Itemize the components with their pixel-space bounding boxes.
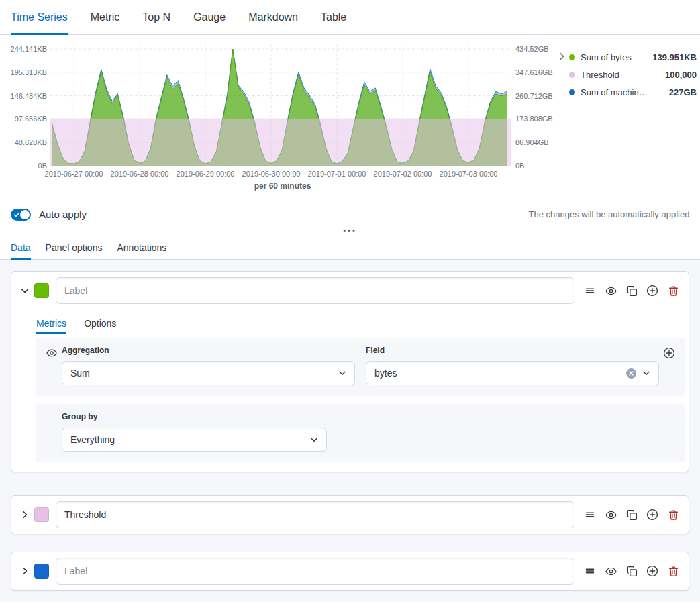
series-label-input[interactable] [56, 558, 574, 585]
group-by-select[interactable]: Everything [62, 428, 327, 452]
legend-label: Sum of bytes [581, 52, 632, 62]
series-actions [584, 565, 681, 577]
auto-apply-label: Auto apply [39, 209, 87, 220]
aggregation-value: Sum [70, 368, 337, 379]
toggle-knob [20, 210, 30, 219]
editor-tabs: Data Panel options Annotations [0, 236, 700, 260]
legend-item-threshold[interactable]: Threshold 100,000 [569, 66, 697, 83]
series-label-input[interactable] [56, 277, 574, 304]
legend-item-sum-of-machine-ram[interactable]: Sum of machin… 227GB [569, 83, 697, 101]
aggregation-select[interactable]: Sum [62, 361, 355, 385]
add-series-button[interactable] [646, 565, 658, 577]
toggle-series-visibility-button[interactable] [605, 285, 617, 297]
field-combobox[interactable]: bytes [366, 361, 659, 385]
drag-handle[interactable] [584, 285, 596, 297]
tab-panel-options[interactable]: Panel options [46, 236, 103, 259]
eye-icon [46, 348, 57, 358]
toggle-series-visibility-button[interactable] [605, 565, 617, 577]
group-by-row: Group by Everything [36, 404, 685, 462]
chevron-right-icon [19, 566, 30, 576]
tab-table[interactable]: Table [321, 0, 346, 34]
series-actions [584, 285, 681, 297]
delete-series-button[interactable] [667, 509, 679, 521]
eye-icon [605, 285, 617, 297]
series-header [11, 496, 689, 534]
svg-text:434.52GB: 434.52GB [515, 45, 549, 53]
legend-collapse-button[interactable] [556, 51, 567, 62]
svg-text:48.828KB: 48.828KB [15, 138, 47, 146]
collapse-series-button[interactable] [17, 283, 33, 299]
svg-text:per 60 minutes: per 60 minutes [254, 181, 311, 191]
copy-icon [626, 509, 638, 521]
tab-options[interactable]: Options [84, 309, 116, 338]
legend-item-sum-of-bytes[interactable]: Sum of bytes 139.951KB [569, 48, 697, 66]
series-color-swatch[interactable] [34, 283, 49, 298]
series-header [11, 272, 689, 309]
svg-text:2019-07-03 00:00: 2019-07-03 00:00 [440, 170, 498, 178]
clear-field-button[interactable] [626, 368, 637, 379]
copy-icon [626, 566, 638, 577]
svg-text:260.712GB: 260.712GB [515, 92, 553, 100]
tab-metric[interactable]: Metric [91, 0, 120, 34]
chart-legend: Sum of bytes 139.951KB Threshold 100,000… [569, 48, 697, 101]
tab-gauge[interactable]: Gauge [193, 0, 226, 34]
drag-handle[interactable] [584, 509, 596, 521]
legend-dot [569, 54, 575, 60]
trash-icon [668, 285, 679, 297]
add-series-button[interactable] [646, 509, 658, 521]
svg-text:244.141KB: 244.141KB [11, 45, 47, 53]
drag-handle[interactable] [584, 565, 596, 577]
add-series-button[interactable] [646, 285, 658, 297]
svg-text:2019-06-29 00:00: 2019-06-29 00:00 [177, 170, 235, 178]
field-label: Field [366, 346, 659, 355]
viz-type-tabs: Time Series Metric Top N Gauge Markdown … [0, 0, 700, 35]
eye-icon [605, 509, 617, 521]
tab-top-n[interactable]: Top N [142, 0, 170, 34]
toggle-metric-visibility-button[interactable] [46, 347, 58, 359]
chevron-down-icon [337, 368, 348, 379]
svg-text:2019-06-28 00:00: 2019-06-28 00:00 [111, 170, 169, 178]
svg-text:347.616GB: 347.616GB [515, 68, 553, 77]
toggle-series-visibility-button[interactable] [605, 509, 617, 521]
legend-value: 227GB [662, 87, 697, 97]
series-subtabs: Metrics Options [11, 309, 689, 338]
eye-icon [605, 566, 617, 577]
clone-series-button[interactable] [626, 565, 638, 577]
delete-series-button[interactable] [667, 565, 679, 577]
grab-icon [585, 285, 595, 296]
legend-value: 139.951KB [646, 52, 697, 62]
tab-data[interactable]: Data [11, 236, 31, 259]
delete-series-button[interactable] [667, 285, 679, 297]
series-color-swatch[interactable] [34, 507, 49, 522]
tsvb-editor: Time Series Metric Top N Gauge Markdown … [0, 0, 700, 602]
chart-area: 244.141KB434.52GB195.313KB347.616GB146.4… [0, 36, 700, 199]
copy-icon [626, 285, 638, 297]
check-icon [13, 211, 20, 218]
expand-series-button[interactable] [17, 507, 33, 523]
clone-series-button[interactable] [626, 509, 638, 521]
svg-text:2019-06-30 00:00: 2019-06-30 00:00 [242, 170, 301, 178]
svg-text:97.656KB: 97.656KB [15, 115, 47, 123]
panel-resize-handle[interactable]: ••• [0, 226, 700, 234]
clone-series-button[interactable] [626, 285, 638, 297]
svg-text:146.484KB: 146.484KB [11, 92, 47, 100]
tab-time-series[interactable]: Time Series [11, 0, 68, 34]
series-label-input[interactable] [56, 501, 574, 528]
svg-text:2019-06-27 00:00: 2019-06-27 00:00 [45, 170, 103, 178]
series-card-1: Metrics Options Aggregation [11, 271, 689, 472]
add-metric-button[interactable] [663, 347, 675, 359]
tab-annotations[interactable]: Annotations [117, 236, 166, 259]
svg-text:173.808GB: 173.808GB [515, 115, 553, 123]
svg-text:2019-07-01 00:00: 2019-07-01 00:00 [308, 170, 366, 178]
plus-in-circle-icon [646, 565, 658, 577]
auto-apply-row: Auto apply The changes will be automatic… [0, 201, 700, 228]
series-color-swatch[interactable] [34, 564, 49, 579]
clear-icon [626, 368, 637, 379]
tab-markdown[interactable]: Markdown [248, 0, 298, 34]
auto-apply-hint: The changes will be automatically applie… [528, 209, 695, 219]
tab-metrics[interactable]: Metrics [36, 309, 66, 338]
field-value: bytes [374, 368, 626, 379]
auto-apply-toggle[interactable] [11, 209, 31, 221]
expand-series-button[interactable] [17, 563, 33, 579]
svg-text:2019-07-02 00:00: 2019-07-02 00:00 [374, 170, 432, 178]
